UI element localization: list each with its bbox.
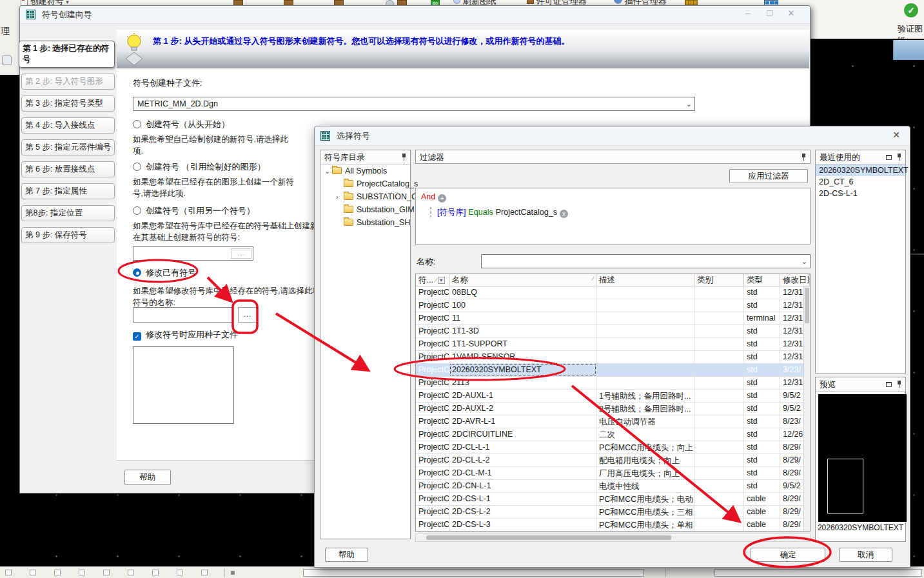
tree-item[interactable]: Substation_GIM: [320, 203, 410, 216]
maximize-icon[interactable]: [760, 8, 779, 18]
wizard-title: 符号创建向导: [42, 10, 92, 19]
apply-seed-checkbox[interactable]: ✓修改符号时应用种子文件: [133, 329, 238, 341]
table-row[interactable]: ProjectC... 2D-CL-L-2 配电箱用电缆头；向上 std 8/2…: [416, 454, 810, 467]
tree-item[interactable]: ⌄All Symbols: [320, 164, 410, 177]
pin-icon[interactable]: [801, 154, 807, 161]
ok-button[interactable]: 确定: [751, 548, 825, 562]
table-row[interactable]: ProjectC... 1T1-SUPPORT std 12/31: [416, 338, 810, 351]
column-header-desc[interactable]: 描述: [596, 274, 694, 286]
tree-item[interactable]: Substation_SH: [320, 216, 410, 229]
recent-item[interactable]: 2D_CT_6: [816, 176, 905, 188]
horizontal-scrollbar[interactable]: [415, 533, 811, 542]
select-dialog-titlebar[interactable]: 选择符号 ✕: [315, 126, 910, 146]
table-row[interactable]: ProjectC... 2D-AUXL-1 1号辅助线；备用回路时... std…: [416, 390, 810, 403]
radio-modify-existing[interactable]: 修改已有符号: [133, 267, 196, 279]
close-icon[interactable]: ✕: [781, 8, 801, 18]
recent-item[interactable]: 2D-CS-L-1: [816, 188, 905, 199]
wizard-step[interactable]: 第 6 步: 放置接线点: [21, 161, 115, 177]
funnel-icon: ▼: [438, 277, 445, 284]
wizard-titlebar[interactable]: 符号创建向导 – ✕: [20, 6, 810, 24]
tree-chevron-icon[interactable]: ⌄: [324, 164, 332, 177]
table-row[interactable]: ProjectC... 2D-CL-M-1 厂用高压电缆头；向上 std 8/2…: [416, 467, 810, 480]
dialog-app-icon: [320, 131, 330, 141]
base-symbol-field[interactable]: ...: [133, 246, 253, 261]
column-header-date[interactable]: 修改日期: [780, 274, 810, 286]
table-row[interactable]: ProjectC... 2D-CS-L-2 PC和MCC用电缆头；三相... c…: [416, 506, 810, 519]
validate-check-icon[interactable]: ✓: [904, 3, 918, 17]
modify-browse-button[interactable]: ...: [238, 307, 257, 323]
wizard-step[interactable]: 第 9 步: 保存符号: [21, 227, 115, 243]
wizard-step[interactable]: 第 2 步: 导入符号图形: [21, 74, 115, 90]
table-row[interactable]: ProjectC... 08BLQ std 12/31: [416, 286, 810, 299]
lightbulb-icon: [123, 33, 149, 66]
column-header-library[interactable]: 符...∕▼: [416, 274, 449, 286]
partial-tool-icon[interactable]: [2, 55, 12, 65]
pin-icon[interactable]: [401, 154, 407, 161]
table-row[interactable]: ProjectC... 2D-CL-L-1 PC和MCC用电缆头；向上 std …: [416, 441, 810, 454]
add-condition-icon[interactable]: +: [438, 194, 446, 203]
table-row[interactable]: ProjectC... 2D-CS-L-3 PC和MCC用电缆头；单相... c…: [416, 519, 810, 532]
tree-item[interactable]: ›SUBSTATION_C...: [320, 190, 410, 203]
wizard-step[interactable]: 第8步: 指定位置: [21, 205, 115, 221]
status-input[interactable]: [303, 569, 644, 577]
seed-file-label: 符号创建种子文件:: [133, 77, 202, 89]
preview-symbol-outline: [827, 459, 863, 513]
float-icon[interactable]: [886, 155, 892, 160]
wizard-step[interactable]: 第 1 步: 选择已存在的符号: [19, 41, 115, 68]
validate-drawing-button[interactable]: 验证图纸: [898, 23, 924, 39]
radio-icon: [133, 206, 141, 215]
filter-expression-box[interactable]: And+ [符号库]EqualsProjectCatalog_sx: [415, 188, 811, 244]
radio-create-another[interactable]: 创建符号（引用另一个符号）: [133, 205, 255, 217]
radio-create-drawing[interactable]: 创建符号 （引用绘制好的图形）: [133, 161, 266, 173]
help-button[interactable]: 帮助: [124, 470, 171, 485]
modify-symbol-field[interactable]: [133, 307, 233, 323]
table-row[interactable]: ProjectC... 2D-CN-L-1 电缆中性线 std 9/5/2: [416, 480, 810, 493]
wizard-step[interactable]: 第 4 步: 导入接线点: [21, 117, 115, 134]
column-header-type[interactable]: 类型: [744, 274, 780, 286]
preview-panel: 预览 20260320SYMBOLTEXT: [815, 377, 906, 542]
table-row[interactable]: ProjectC... 1T1-3D std 12/31: [416, 325, 810, 338]
select-dialog-title: 选择符号: [337, 131, 370, 141]
pin-icon[interactable]: [896, 381, 902, 388]
table-header: 符...∕▼ 名称∕ 描述 类别 类型 修改日期: [416, 274, 810, 286]
help-button[interactable]: 帮助: [325, 548, 368, 562]
wizard-step[interactable]: 第 3 步: 指定符号类型: [21, 95, 115, 112]
desc-create-another: 如果您希望在符号库中已经存在的符号基础上创建新 要在其基础上创建新符号的符号:: [133, 220, 333, 243]
wizard-step[interactable]: 第 7 步: 指定属性: [21, 183, 115, 199]
recent-item[interactable]: 20260320SYMBOLTEXT: [816, 164, 905, 176]
table-row[interactable]: ProjectC... 1VAMP-SENSOR std 12/31: [416, 351, 810, 364]
cancel-button[interactable]: 取消: [839, 548, 892, 562]
wizard-step[interactable]: 第 5 步: 指定元器件编号: [21, 139, 115, 155]
filter-condition[interactable]: [符号库]EqualsProjectCatalog_sx: [430, 207, 805, 218]
license-icon: [527, 0, 534, 4]
catalog-panel: 符号库目录 ⌄All Symbols ProjectCatalog_s ›SUB…: [320, 150, 411, 539]
browse-ellipsis-icon[interactable]: ...: [231, 248, 251, 259]
status-input[interactable]: [714, 569, 922, 577]
table-row[interactable]: ProjectC... 100 std 12/31: [416, 299, 810, 312]
pin-icon[interactable]: [896, 154, 902, 161]
float-icon[interactable]: [886, 382, 892, 387]
tree-item[interactable]: ProjectCatalog_s: [320, 177, 410, 190]
table-row[interactable]: ProjectC... 2DCIRCUITLINE 二次 std 12/26: [416, 428, 810, 441]
column-header-category[interactable]: 类别: [694, 274, 744, 286]
name-combobox[interactable]: ⌄: [481, 254, 811, 268]
table-row[interactable]: ProjectC... 2D-AUXL-2 2号辅助线；备用回路时... std…: [416, 403, 810, 415]
table-row[interactable]: ProjectC... 2113 std 12/31: [416, 377, 810, 390]
column-header-name[interactable]: 名称∕: [449, 274, 596, 286]
vertical-scrollbar[interactable]: [803, 286, 810, 531]
seed-file-combobox[interactable]: METRIC_MM_2D.Dgn ⌄: [133, 97, 695, 111]
chevron-down-icon: ⌄: [801, 255, 807, 268]
close-icon[interactable]: ✕: [889, 130, 903, 143]
radio-create-scratch[interactable]: 创建符号（从头开始）: [133, 119, 230, 130]
table-row[interactable]: ProjectC... 2D-CS-L-1 PC和MCC用电缆头；电动... c…: [416, 493, 810, 506]
remove-condition-icon[interactable]: x: [560, 210, 568, 218]
table-row[interactable]: ProjectC... 2D-AVR-L-1 电压自动调节器 std 8/23/: [416, 415, 810, 428]
filter-and-label[interactable]: And: [421, 192, 435, 201]
chevron-down-icon: ⌄: [686, 97, 692, 110]
table-row[interactable]: ProjectC... 20260320SYMBOLTEXT std 3/23/: [416, 364, 810, 377]
apply-filter-button[interactable]: 应用过滤器: [729, 169, 808, 183]
minimize-icon[interactable]: –: [738, 8, 758, 18]
tree-chevron-icon[interactable]: ›: [336, 190, 344, 203]
table-row[interactable]: ProjectC... 11 terminal 12/31: [416, 312, 810, 325]
ruler-icon[interactable]: [685, 0, 698, 5]
